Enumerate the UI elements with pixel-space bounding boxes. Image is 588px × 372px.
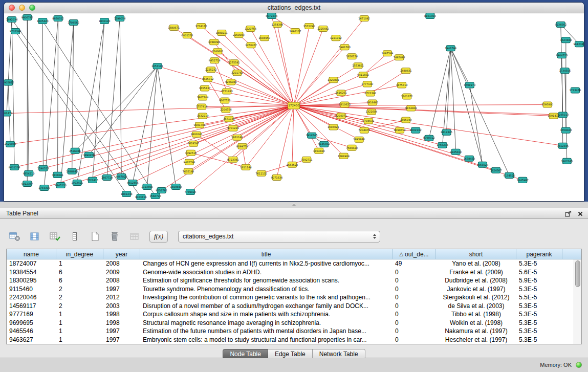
graph-node[interactable]: 1895949	[400, 117, 412, 123]
table-cell[interactable]: Yano et al. (2008)	[436, 259, 516, 268]
graph-node[interactable]: 1757416	[196, 104, 208, 110]
table-row[interactable]: 1456911722003Disruption of a novel membe…	[7, 302, 574, 311]
graph-node[interactable]: 1854820	[313, 148, 325, 154]
graph-node[interactable]: 9134562	[555, 22, 567, 28]
graph-node[interactable]: 1688943	[66, 168, 78, 174]
graph-node[interactable]: 7592711	[301, 157, 313, 162]
table-cell[interactable]: Estimation of the future numbers of pati…	[140, 327, 393, 336]
graph-node[interactable]: 1609843	[170, 184, 182, 189]
table-row[interactable]: 946362711997Embryonic stem cells: a mode…	[7, 336, 574, 344]
graph-node[interactable]: 1678453	[463, 156, 475, 161]
table-cell[interactable]: 0	[393, 327, 436, 336]
table-cell[interactable]: Disruption of a novel member of a sodium…	[140, 302, 393, 311]
graph-node[interactable]: 9145452	[318, 141, 330, 147]
graph-node[interactable]: 1802345	[561, 158, 573, 164]
new-table-icon[interactable]	[88, 231, 101, 242]
window-minimize-button[interactable]	[19, 5, 25, 11]
table-row[interactable]: 1938455462009Genome-wide association stu…	[7, 268, 574, 277]
graph-node[interactable]: 1903421	[71, 180, 83, 185]
graph-node[interactable]: 1655437	[199, 85, 211, 91]
graph-node[interactable]: 9425712	[202, 76, 214, 82]
graph-node[interactable]: 1611144	[240, 164, 252, 170]
table-cell[interactable]: Genome-wide association studies in ADHD.	[140, 268, 393, 277]
graph-node[interactable]: 1734506	[559, 68, 571, 74]
table-cell[interactable]: 18300295	[7, 276, 56, 285]
graph-node[interactable]: 9612345	[574, 41, 584, 47]
table-cell[interactable]: Stergiakouli et al. (2012)	[436, 293, 516, 302]
table-cell[interactable]: 0	[393, 310, 436, 319]
graph-node[interactable]: 7812345	[557, 143, 569, 148]
table-cell[interactable]: Investigating the contribution of common…	[140, 293, 393, 302]
column-header-pagerank[interactable]: pagerank	[516, 249, 562, 259]
table-cell[interactable]: 2008	[103, 259, 140, 268]
graph-node[interactable]: 7204971	[358, 127, 370, 133]
graph-node[interactable]: 9154409	[405, 105, 417, 111]
table-cell[interactable]: 5.3E-5	[516, 259, 562, 268]
graph-node[interactable]: 2240601	[212, 49, 224, 54]
graph-node[interactable]: 5961763	[339, 45, 351, 50]
graph-node[interactable]: 9723381	[227, 157, 239, 162]
graph-node[interactable]: 1605423	[37, 18, 49, 24]
table-cell[interactable]: 0	[393, 302, 436, 311]
graph-node[interactable]: 6791970	[464, 82, 475, 88]
select-columns-icon[interactable]	[28, 231, 41, 242]
graph-node[interactable]: 2260083	[233, 32, 245, 38]
graph-node[interactable]: 1723456	[570, 87, 581, 93]
table-row[interactable]: 1830029562008Estimation of significance …	[7, 276, 574, 285]
graph-node[interactable]: 1667728	[101, 174, 113, 180]
table-cell[interactable]: 1	[56, 259, 103, 268]
graph-node[interactable]: 1480831	[400, 68, 412, 74]
table-row[interactable]: 946554611997Estimation of the future num…	[7, 327, 574, 336]
graph-node[interactable]: 9012387	[21, 181, 33, 186]
network-view[interactable]: 1724001880211178809422406018452718122523…	[4, 13, 584, 201]
graph-node[interactable]: 1756234	[437, 142, 448, 148]
table-cell[interactable]: 5.3E-5	[516, 327, 562, 336]
float-panel-icon[interactable]	[565, 211, 572, 217]
graph-node[interactable]: 9367551	[219, 98, 231, 103]
graph-node[interactable]: 1694950	[258, 35, 270, 41]
graph-node[interactable]: 9081708	[194, 122, 206, 128]
table-cell[interactable]: 2012	[103, 293, 140, 302]
graph-node[interactable]: 1661140	[231, 135, 243, 140]
column-header-title[interactable]: title	[140, 249, 393, 259]
function-builder-button[interactable]: f(x)	[149, 231, 168, 243]
table-cell[interactable]: de Silva et al. (2003)	[436, 302, 516, 311]
table-cell[interactable]: 5.9E-5	[516, 276, 562, 285]
graph-node[interactable]: 6721392	[364, 91, 376, 96]
graph-node[interactable]: 2526086	[69, 148, 81, 154]
table-cell[interactable]: Changes of HCN gene expression and I(f) …	[140, 259, 393, 268]
tab-node-table[interactable]: Node Table	[223, 349, 268, 359]
graph-node[interactable]: 1321604	[365, 109, 377, 115]
table-cell[interactable]: 0	[393, 293, 436, 302]
table-row[interactable]: 977716911998Corpus callosum shape and si…	[7, 310, 574, 319]
table-cell[interactable]: 0	[393, 276, 436, 285]
table-cell[interactable]: 19384554	[7, 268, 56, 277]
graph-node[interactable]: 1602132	[410, 127, 422, 133]
table-cell[interactable]: 5.3E-5	[516, 336, 562, 344]
graph-node[interactable]: 1890451	[83, 152, 95, 158]
graph-node[interactable]: 8572234	[266, 13, 277, 19]
graph-node[interactable]: 1788094	[208, 39, 220, 45]
graph-node[interactable]: 7789023	[185, 189, 197, 194]
graph-node[interactable]: 1659023	[560, 127, 572, 133]
table-cell[interactable]: 5.3E-5	[516, 302, 562, 311]
graph-node[interactable]: 172400	[288, 102, 299, 109]
table-cell[interactable]: Hescheler et al. (1997)	[436, 336, 516, 344]
table-settings-icon[interactable]	[8, 231, 21, 242]
graph-node[interactable]: 1810623	[339, 102, 351, 107]
graph-node[interactable]: 1816462	[366, 100, 378, 105]
table-cell[interactable]: 0	[393, 336, 436, 344]
graph-node[interactable]: 1320801	[328, 77, 339, 83]
table-cell[interactable]: 5.6E-5	[516, 268, 562, 277]
graph-node[interactable]: 7834091	[52, 172, 63, 178]
table-cell[interactable]: 2008	[103, 276, 140, 285]
tab-edge-table[interactable]: Edge Table	[268, 349, 313, 359]
table-cell[interactable]: Structural magnetic resonance image aver…	[140, 319, 393, 327]
table-row[interactable]: 1872400712008Changes of HCN gene express…	[7, 259, 574, 268]
merge-tables-icon[interactable]	[68, 231, 81, 242]
table-cell[interactable]: 6	[56, 268, 103, 277]
graph-node[interactable]: 1661474	[4, 111, 12, 116]
graph-node[interactable]: 8660312	[52, 16, 64, 21]
table-row[interactable]: 2242004622012Investigating the contribut…	[7, 293, 574, 302]
graph-node[interactable]: 9806745	[21, 15, 33, 20]
